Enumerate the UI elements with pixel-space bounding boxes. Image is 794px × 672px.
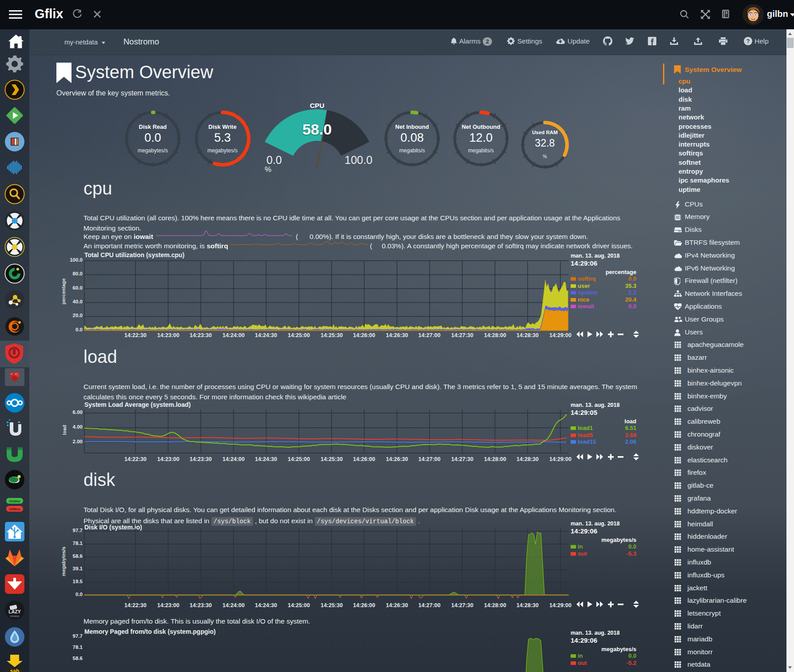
svg-text:?: ? xyxy=(746,38,750,44)
svg-text:LAZY: LAZY xyxy=(8,609,20,614)
svg-text:Offline: Offline xyxy=(9,507,20,511)
svg-text:Online: Online xyxy=(9,499,20,503)
svg-text:sab: sab xyxy=(10,668,20,672)
svg-text:Librarian: Librarian xyxy=(10,615,19,617)
